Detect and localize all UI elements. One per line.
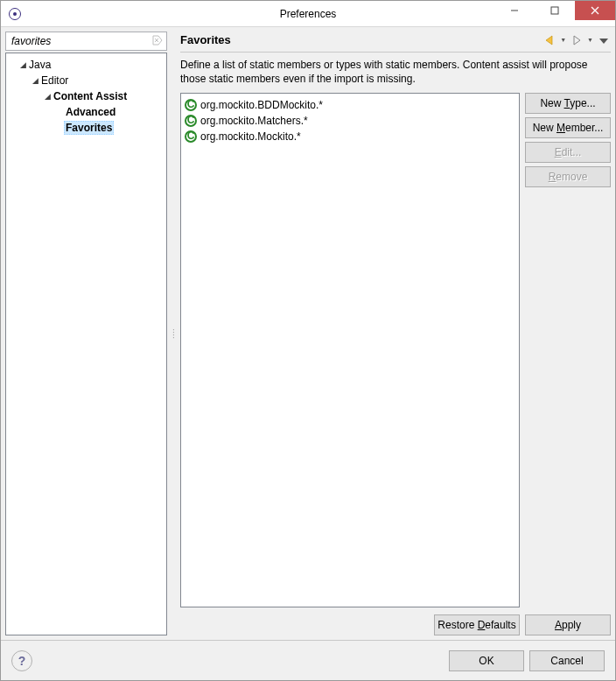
back-dropdown-icon[interactable]: ▼ xyxy=(558,37,568,43)
preferences-window: Preferences ◢Java◢Editor◢Content AssistA… xyxy=(0,0,616,681)
history-toolbar: ▼ ▼ xyxy=(542,33,611,47)
svg-point-1 xyxy=(13,12,17,16)
page-header: Favorites ▼ ▼ xyxy=(180,32,611,53)
restore-defaults-button[interactable]: Restore Defaults xyxy=(434,614,520,635)
split-handle[interactable]: ···· xyxy=(172,32,176,635)
list-item[interactable]: Corg.mockito.BDDMockito.* xyxy=(185,97,515,113)
tree-item-label: Editor xyxy=(39,74,70,87)
body: ◢Java◢Editor◢Content AssistAdvancedFavor… xyxy=(1,27,615,640)
titlebar: Preferences xyxy=(1,1,615,27)
left-pane: ◢Java◢Editor◢Content AssistAdvancedFavor… xyxy=(5,32,167,635)
tree-item[interactable]: ◢Editor xyxy=(6,73,166,88)
class-type-icon: C xyxy=(185,99,197,111)
tree-item[interactable]: ◢Content Assist xyxy=(6,88,166,104)
tree-arrow-icon[interactable]: ◢ xyxy=(18,60,27,69)
apply-button[interactable]: Apply xyxy=(525,614,611,635)
edit-button[interactable]: Edit... xyxy=(525,142,611,163)
cancel-button[interactable]: Cancel xyxy=(529,650,605,671)
new-type-button[interactable]: New Type... xyxy=(525,93,611,114)
page-description: Define a list of static members or types… xyxy=(180,53,611,93)
tree-item-label: Advanced xyxy=(64,106,117,118)
tree-item-label: Favorites xyxy=(64,121,114,135)
maximize-button[interactable] xyxy=(535,1,575,20)
tree-arrow-icon[interactable]: ◢ xyxy=(43,92,52,101)
help-icon[interactable]: ? xyxy=(11,650,32,671)
tree-arrow-icon[interactable]: ◢ xyxy=(31,76,39,85)
right-pane: Favorites ▼ ▼ Define a list of static me… xyxy=(180,32,611,635)
list-item-label: org.mockito.Mockito.* xyxy=(200,130,301,143)
svg-text:C: C xyxy=(187,99,195,110)
list-item[interactable]: Corg.mockito.Matchers.* xyxy=(185,113,515,129)
clear-filter-icon[interactable] xyxy=(152,35,163,48)
list-item-label: org.mockito.BDDMockito.* xyxy=(200,99,323,111)
list-item[interactable]: Corg.mockito.Mockito.* xyxy=(185,129,515,144)
svg-text:C: C xyxy=(187,130,195,142)
close-button[interactable] xyxy=(575,1,615,20)
remove-button[interactable]: Remove xyxy=(525,166,611,187)
new-member-button[interactable]: New Member... xyxy=(525,117,611,138)
nav-tree[interactable]: ◢Java◢Editor◢Content AssistAdvancedFavor… xyxy=(5,53,167,635)
class-type-icon: C xyxy=(185,115,197,127)
tree-item-label: Content Assist xyxy=(52,90,129,102)
window-title: Preferences xyxy=(280,8,337,20)
list-item-label: org.mockito.Matchers.* xyxy=(200,115,308,127)
page-title: Favorites xyxy=(180,33,542,46)
tree-item[interactable]: Favorites xyxy=(6,120,166,136)
bottom-row: Restore Defaults Apply xyxy=(180,607,611,635)
class-type-icon: C xyxy=(185,130,197,143)
tree-item-label: Java xyxy=(27,59,52,71)
forward-dropdown-icon[interactable]: ▼ xyxy=(585,37,595,43)
tree-item[interactable]: ◢Java xyxy=(6,57,166,73)
side-buttons: New Type... New Member... Edit... Remove xyxy=(525,93,611,607)
tree-item[interactable]: Advanced xyxy=(6,104,166,120)
favorites-list[interactable]: Corg.mockito.BDDMockito.*Corg.mockito.Ma… xyxy=(180,93,520,607)
forward-icon[interactable] xyxy=(570,33,584,47)
titlebar-buttons xyxy=(494,1,615,26)
filter-box[interactable] xyxy=(5,32,167,51)
filter-input[interactable] xyxy=(10,34,152,48)
content-row: Corg.mockito.BDDMockito.*Corg.mockito.Ma… xyxy=(180,93,611,607)
svg-rect-3 xyxy=(551,7,558,14)
back-icon[interactable] xyxy=(542,33,556,47)
view-menu-icon[interactable] xyxy=(597,33,611,47)
ok-button[interactable]: OK xyxy=(449,650,524,671)
footer: ? OK Cancel xyxy=(1,640,615,680)
minimize-button[interactable] xyxy=(494,1,535,20)
app-icon xyxy=(8,7,22,21)
svg-text:C: C xyxy=(187,115,195,126)
